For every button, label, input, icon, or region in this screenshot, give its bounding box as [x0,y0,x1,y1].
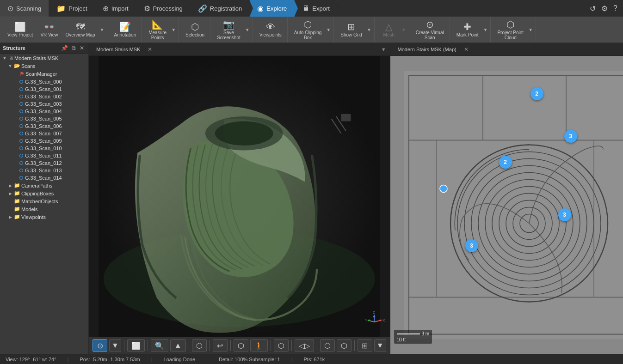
tree-item-scan010[interactable]: ▶ G.33_Scan_010 [0,145,88,152]
tree-item-scan009[interactable]: ▶ G.33_Scan_009 [0,137,88,145]
vp-split-btn[interactable]: ⬡ [274,339,289,352]
panel-3d-close[interactable]: ✕ [148,46,152,53]
cluster-badge-3[interactable]: 2 [499,156,512,169]
vp-rotate-dropdown[interactable]: ▼ [109,339,121,352]
vp-3d-btn[interactable]: ⬡ [320,339,335,352]
tree-item-scan004[interactable]: ▶ G.33_Scan_004 [0,108,88,115]
tree-item-clippingboxes[interactable]: ▶ 📁 ClippingBoxes [0,189,88,197]
tree-item-scanmanager[interactable]: ▶ ⚑ ScanManager [0,70,88,78]
viewport-3d[interactable]: X Y Z [89,56,390,337]
clipping-arrow[interactable]: ▼ [325,27,332,32]
project-cloud-arrow[interactable]: ▼ [527,27,534,32]
nav-help-btn[interactable]: ? [611,2,619,14]
vp-zoom-up[interactable]: ▲ [170,339,186,352]
annotation-btn[interactable]: 📝 Annotation [110,17,140,42]
nav-import[interactable]: ⊕ Import [95,0,136,17]
tree-item-matchedobjects[interactable]: ▶ 📁 MatchedObjects [0,197,88,205]
tree-item-scan002[interactable]: ▶ G.33_Scan_002 [0,93,88,100]
selection-label: Selection [185,32,204,37]
viewport-map[interactable]: 2 3 2 3 3 3 m 10 ft [390,56,623,354]
create-virtual-scan-btn[interactable]: ⊙ Create VirtualScan [412,17,448,42]
vp-sep4 [210,340,210,351]
tree-item-scans[interactable]: ▼ 📂 Scans [0,62,88,70]
tree-item-scan012[interactable]: ▶ G.33_Scan_012 [0,159,88,167]
root-icon: 🖥 [8,55,13,61]
tree-expand-clippingboxes[interactable]: ▶ [7,191,13,196]
vp-undo-btn[interactable]: ↩ [213,339,228,352]
toolbar-view-group: ⬜ View Project 👓 VR View 🗺 Overview Map … [2,17,107,42]
tree-item-root[interactable]: ▼ 🖥 Modern Stairs MSK [0,55,88,62]
vp-frame-btn[interactable]: ⬜ [127,339,145,352]
cluster-badge-5[interactable]: 3 [465,239,478,252]
nav-explore[interactable]: ◉ Explore [250,0,295,17]
tree-item-scan011[interactable]: ▶ G.33_Scan_011 [0,152,88,159]
nav-registration[interactable]: 🔗 Registration [191,0,250,17]
overview-map-btn[interactable]: 🗺 Overview Map [62,20,99,39]
tree-item-scan005[interactable]: ▶ G.33_Scan_005 [0,115,88,122]
scan-dot-003 [19,102,23,106]
mesh-btn[interactable]: △ Mesh [377,17,401,42]
panel-float-btn[interactable]: ⧉ [70,44,77,52]
tree-label-root: Modern Stairs MSK [14,55,58,61]
tree-item-scan006[interactable]: ▶ G.33_Scan_006 [0,122,88,130]
vp-measure-btn[interactable]: ◁▷ [295,339,314,352]
measure-points-arrow[interactable]: ▼ [170,27,177,32]
vp-sep3 [189,340,189,351]
tree-item-scan000[interactable]: ▶ G.33_Scan_000 [0,78,88,85]
tree-expand-root[interactable]: ▼ [2,56,7,61]
view-project-btn[interactable]: ⬜ View Project [4,17,37,42]
tree-expand-camerapaths[interactable]: ▶ [7,183,13,188]
tree-item-camerapaths[interactable]: ▶ 📁 CameraPaths [0,182,88,189]
tree-item-scan001[interactable]: ▶ G.33_Scan_001 [0,85,88,93]
vp-zoom-btn[interactable]: 🔍 [151,339,168,352]
tree-item-scan007[interactable]: ▶ G.33_Scan_007 [0,130,88,137]
vp-grid-btn[interactable]: ⊞ [358,339,372,352]
tree-item-viewpoints[interactable]: ▶ 📁 Viewpoints [0,213,88,221]
content-area: Modern Stairs MSK ✕ ▼ [89,43,623,354]
scan-dot-004 [19,109,23,113]
panel-pin-btn[interactable]: 📌 [60,44,69,52]
panel-3d-tab[interactable]: Modern Stairs MSK [93,46,144,53]
vp-slice-btn[interactable]: ⬡ [337,339,352,352]
panel-close-btn[interactable]: ✕ [78,44,86,52]
tree-label-matchedobjects: MatchedObjects [21,199,58,204]
nav-export[interactable]: 🖥 Export [295,0,338,17]
vp-grid-dropdown[interactable]: ▼ [374,339,386,352]
vp-walk-btn[interactable]: 🚶 [250,339,268,352]
show-grid-btn[interactable]: ⊞ Show Grid [337,17,366,42]
nav-settings-btn[interactable]: ⚙ [599,2,610,15]
tree-item-scan014[interactable]: ▶ G.33_Scan_014 [0,174,88,182]
project-point-cloud-btn[interactable]: ⬡ Project PointCloud [493,17,527,42]
vp-box-btn[interactable]: ⬡ [192,339,207,352]
save-screenshot-btn[interactable]: 📷 SaveScreenshot [213,17,244,42]
viewpoints-btn[interactable]: 👁 Viewpoints [256,17,285,42]
tree-item-models[interactable]: ▶ 📁 Models [0,205,88,213]
overview-map-arrow[interactable]: ▼ [99,27,105,32]
mark-point-btn[interactable]: ✚ Mark Point [453,17,482,42]
vp-nav-btn[interactable]: ⬡ [234,339,248,352]
nav-processing[interactable]: ⚙ Processing [136,0,191,17]
tree-expand-viewpoints[interactable]: ▶ [7,215,13,219]
nav-refresh-btn[interactable]: ↺ [588,2,598,15]
tree-item-scan013[interactable]: ▶ G.33_Scan_013 [0,167,88,174]
measure-points-btn[interactable]: 📐 MeasurePoints [145,17,170,42]
cluster-badge-1[interactable]: 2 [530,87,543,100]
selection-btn[interactable]: ⬡ Selection [182,17,208,42]
cluster-badge-2[interactable]: 3 [564,130,577,143]
nav-scanning[interactable]: ⊙ Scanning [0,0,49,17]
grid-arrow[interactable]: ▼ [366,27,372,32]
panel-map-tab[interactable]: Modern Stairs MSK (Map) [394,46,460,53]
vr-view-btn[interactable]: 👓 VR View [37,17,62,42]
nav-project[interactable]: 📁 Project [49,0,95,17]
screenshot-arrow[interactable]: ▼ [244,27,251,32]
auto-clipping-btn[interactable]: ⬡ Auto ClippingBox [290,17,325,42]
tree-item-scan003[interactable]: ▶ G.33_Scan_003 [0,100,88,108]
panel-3d-dropdown[interactable]: ▼ [381,47,386,52]
panel-map-close[interactable]: ✕ [464,46,469,53]
status-sep1: | [68,357,69,362]
cluster-badge-4[interactable]: 3 [558,208,571,221]
mark-point-arrow[interactable]: ▼ [482,27,489,32]
vp-rotate-btn[interactable]: ⊙ [93,339,107,352]
tree-expand-scans[interactable]: ▼ [7,64,13,68]
nav-scanning-label: Scanning [16,5,41,12]
